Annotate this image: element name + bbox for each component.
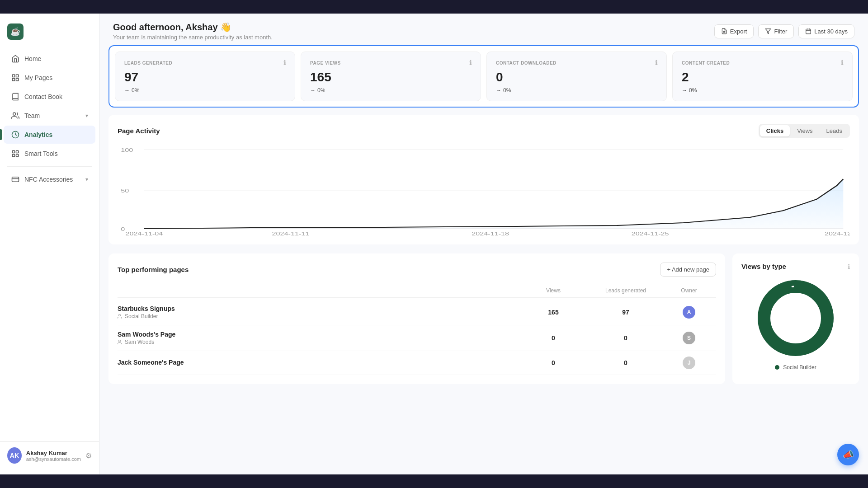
- svg-rect-10: [12, 177, 19, 182]
- stat-card-leads: LEADS GENERATED ℹ 97 → 0%: [115, 52, 295, 101]
- svg-point-34: [773, 296, 818, 341]
- col-header-views: Views: [517, 287, 590, 294]
- arrow-icon: →: [124, 87, 130, 94]
- legend-item: Social Builder: [775, 364, 816, 371]
- greeting: Good afternoon, Akshay 👋: [113, 22, 273, 33]
- sidebar-item-home[interactable]: Home: [4, 50, 95, 68]
- sidebar-item-label: Team: [24, 112, 40, 119]
- pages-icon: [11, 73, 20, 82]
- tab-leads[interactable]: Leads: [820, 125, 849, 136]
- section-header: Page Activity Clicks Views Leads: [118, 124, 850, 138]
- sidebar-item-label: Contact Book: [24, 93, 62, 100]
- stat-value: 97: [124, 70, 286, 84]
- svg-point-31: [119, 340, 121, 342]
- svg-rect-3: [12, 79, 14, 81]
- nav-divider: [7, 166, 92, 167]
- stat-label: CONTENT CREATED ℹ: [682, 59, 843, 66]
- user-email: ash@synxautomate.com: [26, 456, 81, 462]
- settings-icon[interactable]: ⚙: [85, 451, 92, 460]
- info-icon[interactable]: ℹ: [283, 59, 286, 66]
- arrow-icon: →: [310, 87, 316, 94]
- nfc-icon: [11, 175, 20, 184]
- svg-rect-9: [12, 155, 14, 157]
- sidebar-item-my-pages[interactable]: My Pages: [4, 69, 95, 87]
- stat-change: → 0%: [310, 87, 472, 94]
- filter-button[interactable]: Filter: [758, 24, 794, 38]
- sidebar-item-label: Analytics: [24, 131, 52, 138]
- sidebar-item-nfc-accessories[interactable]: NFC Accessories ▾: [4, 170, 95, 188]
- table-cell-leads: 0: [590, 334, 662, 342]
- stat-card-contact: CONTACT DOWNLOADED ℹ 0 → 0%: [486, 52, 667, 101]
- table-cell-views: 0: [517, 334, 590, 342]
- stat-label: CONTACT DOWNLOADED ℹ: [496, 59, 657, 66]
- views-type-header: Views by type ℹ: [741, 263, 850, 270]
- sidebar-item-team[interactable]: Team ▾: [4, 107, 95, 125]
- info-icon[interactable]: ℹ: [655, 59, 658, 66]
- table-cell-owner: S: [662, 332, 716, 344]
- stat-label: LEADS GENERATED ℹ: [124, 59, 286, 66]
- svg-text:0: 0: [121, 226, 125, 232]
- bottom-section: Top performing pages + Add new page View…: [99, 253, 868, 393]
- svg-text:50: 50: [121, 188, 129, 194]
- stat-value: 0: [496, 70, 657, 84]
- stats-border: LEADS GENERATED ℹ 97 → 0% PAGE VIEWS ℹ: [108, 45, 859, 108]
- tab-views[interactable]: Views: [791, 125, 819, 136]
- stat-card-views: PAGE VIEWS ℹ 165 → 0%: [301, 52, 481, 101]
- table-row: Jack Someone's Page 0 0 J: [118, 351, 716, 375]
- owner-avatar: J: [683, 357, 695, 369]
- top-pages-header: Top performing pages + Add new page: [118, 263, 716, 277]
- legend-dot: [775, 365, 779, 370]
- info-icon[interactable]: ℹ: [469, 59, 472, 66]
- page-info: Jack Someone's Page: [118, 359, 517, 367]
- svg-text:2024-11-18: 2024-11-18: [472, 231, 509, 235]
- svg-point-4: [13, 113, 16, 115]
- views-by-type-card: Views by type ℹ Social Builder: [732, 253, 859, 384]
- tab-clicks[interactable]: Clicks: [760, 125, 790, 136]
- page-activity-section: Page Activity Clicks Views Leads 100 50 …: [99, 115, 868, 253]
- date-range-button[interactable]: Last 30 days: [798, 24, 854, 38]
- header-text: Good afternoon, Akshay 👋 Your team is ma…: [113, 22, 273, 41]
- floating-action-button[interactable]: 📣: [837, 444, 859, 465]
- svg-rect-1: [16, 75, 19, 77]
- activity-chart: 100 50 0: [118, 145, 850, 235]
- chevron-down-icon: ▾: [85, 113, 88, 119]
- sidebar-user-section: AK Akshay Kumar ash@synxautomate.com ⚙: [0, 441, 99, 469]
- smart-tools-icon: [11, 149, 20, 158]
- table-cell-owner: J: [662, 357, 716, 369]
- col-header-owner: Owner: [662, 287, 716, 294]
- user-info: Akshay Kumar ash@synxautomate.com: [26, 450, 81, 462]
- svg-marker-14: [766, 29, 771, 34]
- stat-change: → 0%: [496, 87, 657, 94]
- sidebar-item-smart-tools[interactable]: Smart Tools: [4, 145, 95, 163]
- stat-value: 2: [682, 70, 843, 84]
- sidebar-logo: ☕: [0, 19, 99, 49]
- svg-rect-7: [16, 150, 19, 153]
- page-name: Jack Someone's Page: [118, 359, 517, 366]
- svg-text:2024-11-04: 2024-11-04: [126, 231, 163, 235]
- main-content: Good afternoon, Akshay 👋 Your team is ma…: [99, 14, 868, 474]
- svg-text:2024-11-11: 2024-11-11: [272, 231, 310, 235]
- page-name: Sam Woods's Page: [118, 331, 517, 338]
- chevron-down-icon: ▾: [85, 176, 88, 183]
- user-name: Akshay Kumar: [26, 450, 81, 456]
- sidebar-item-analytics[interactable]: Analytics: [4, 126, 95, 144]
- page-info: Starbucks Signups Social Builder: [118, 305, 517, 319]
- section-title: Page Activity: [118, 127, 160, 135]
- export-button[interactable]: Export: [714, 24, 754, 38]
- svg-rect-6: [12, 150, 14, 153]
- info-icon[interactable]: ℹ: [848, 263, 850, 270]
- sidebar-item-label: My Pages: [24, 74, 52, 81]
- svg-rect-2: [16, 79, 19, 81]
- sidebar-item-contact-book[interactable]: Contact Book: [4, 88, 95, 106]
- avatar: AK: [7, 447, 22, 464]
- donut-chart: [755, 277, 836, 359]
- table-cell-views: 165: [517, 309, 590, 316]
- info-icon[interactable]: ℹ: [841, 59, 844, 66]
- svg-text:2024-11-25: 2024-11-25: [632, 231, 669, 235]
- page-info: Sam Woods's Page Sam Woods: [118, 331, 517, 345]
- svg-text:2024-12-02: 2024-12-02: [825, 231, 850, 235]
- stat-card-content: CONTENT CREATED ℹ 2 → 0%: [672, 52, 853, 101]
- table-row: Sam Woods's Page Sam Woods 0 0 S: [118, 325, 716, 351]
- app-logo: ☕: [7, 23, 24, 40]
- add-page-button[interactable]: + Add new page: [660, 263, 716, 277]
